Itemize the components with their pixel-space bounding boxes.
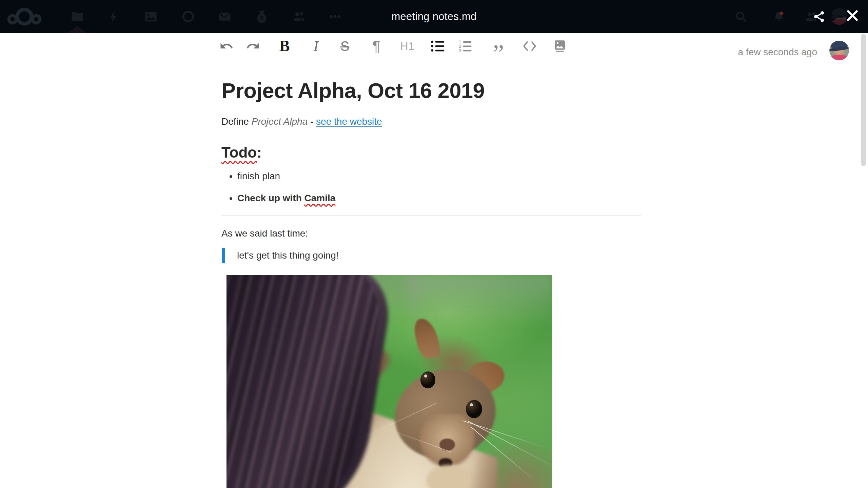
todo-list[interactable]: finish plan Check up with Camila — [221, 171, 641, 215]
blockquote-bar — [222, 248, 225, 263]
undo-button[interactable] — [216, 36, 237, 56]
blockquote-button[interactable]: ” — [488, 36, 509, 56]
close-icon[interactable] — [845, 8, 860, 23]
code-block-button[interactable] — [519, 36, 540, 56]
intro-project-name: Project Alpha — [252, 116, 308, 127]
document-title[interactable]: Project Alpha, Oct 16 2019 — [221, 79, 641, 102]
image-art-haze — [406, 275, 552, 326]
insert-image-icon — [553, 39, 567, 53]
italic-button[interactable]: I — [306, 36, 326, 56]
blockquote-icon: ” — [493, 41, 504, 56]
redo-button[interactable] — [243, 36, 263, 56]
intro-dash: - — [308, 116, 316, 127]
intro-paragraph[interactable]: Define Project Alpha - see the website — [221, 115, 382, 128]
body-paragraph[interactable]: As we said last time: — [221, 227, 308, 240]
text-editor-viewer: $ meeting notes.md — [0, 0, 868, 488]
notifications-bell-icon[interactable] — [767, 0, 791, 33]
list-item[interactable]: finish plan — [237, 171, 641, 181]
heading1-icon: H1 — [400, 41, 415, 52]
code-icon — [522, 40, 537, 52]
website-link[interactable]: see the website — [316, 116, 382, 127]
search-icon[interactable] — [729, 0, 753, 33]
image-art-squirrel-eye — [420, 371, 435, 388]
todo-word-misspelled: Todo — [221, 144, 257, 161]
bullet-list-icon — [431, 40, 446, 53]
svg-text:3: 3 — [459, 48, 461, 53]
session-avatar — [829, 41, 849, 60]
active-app-pointer — [67, 26, 87, 33]
ordered-list-icon: 1 2 3 — [458, 40, 473, 53]
strikethrough-icon: S — [340, 39, 350, 53]
share-icon[interactable] — [807, 0, 831, 33]
list-item[interactable]: Check up with Camila — [237, 193, 641, 203]
insert-image-button[interactable] — [550, 36, 570, 56]
bullet-list-button[interactable] — [428, 36, 448, 56]
document-image-squirrel[interactable] — [226, 275, 552, 488]
avatar-shirt — [830, 55, 849, 60]
intro-define: Define — [221, 116, 252, 127]
blockquote-text: let's get this thing going! — [237, 250, 339, 261]
paragraph-button[interactable]: ¶ — [366, 36, 387, 56]
list-item-text: finish plan — [237, 171, 280, 181]
heading1-button[interactable]: H1 — [397, 36, 418, 56]
scrollbar-thumb[interactable] — [861, 34, 866, 166]
misspelled-name: Camila — [304, 193, 336, 203]
todo-colon: : — [257, 144, 262, 161]
todo-heading[interactable]: Todo: — [221, 144, 262, 161]
image-art-squirrel-eye — [466, 400, 482, 418]
list-item-text: Check up with — [237, 193, 304, 203]
strikethrough-button[interactable]: S — [335, 36, 355, 56]
notification-badge — [780, 12, 784, 15]
bold-icon: B — [279, 38, 290, 54]
nextcloud-header: $ meeting notes.md — [0, 0, 868, 33]
bold-button[interactable]: B — [274, 36, 295, 56]
last-saved-status: a few seconds ago — [738, 47, 817, 58]
paragraph-icon: ¶ — [373, 39, 380, 53]
horizontal-rule — [221, 215, 641, 216]
ordered-list-button[interactable]: 1 2 3 — [456, 36, 476, 56]
blockquote[interactable]: let's get this thing going! — [222, 248, 339, 263]
italic-icon: I — [314, 39, 318, 53]
